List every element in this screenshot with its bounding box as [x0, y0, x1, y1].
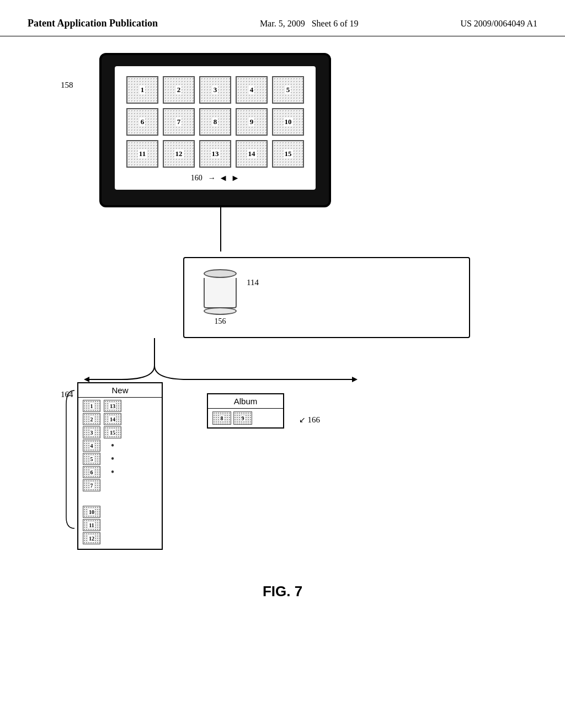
tile-1: 1 [126, 76, 158, 104]
tile-11: 11 [126, 140, 158, 168]
new-tile-1: 1 [83, 400, 100, 412]
sheet-info: Sheet 6 of 19 [312, 19, 359, 28]
tile-7: 7 [163, 108, 195, 136]
prev-arrow-icon[interactable]: ◄ [219, 173, 228, 183]
arrow-166-icon: ↙ [299, 415, 306, 425]
patent-number: US 2009/0064049 A1 [460, 17, 537, 29]
new-col-2: 13 14 15 • • • [104, 400, 121, 544]
db-bottom [204, 307, 237, 315]
tile-5: 5 [272, 76, 304, 104]
tile-15: 15 [272, 140, 304, 168]
tile-9: 9 [236, 108, 268, 136]
publication-title: Patent Application Publication [28, 17, 158, 30]
new-list-box: New 1 2 3 4 5 6 7 10 11 12 [77, 382, 163, 550]
new-box-title: New [78, 383, 162, 398]
pub-date: Mar. 5, 2009 [260, 19, 305, 28]
album-box-title: Album [208, 394, 283, 409]
label-160: 160 [191, 174, 202, 183]
tile-4: 4 [236, 76, 268, 104]
new-tile-2: 2 [83, 413, 100, 425]
db-body [204, 278, 237, 308]
new-tile-6: 6 [83, 466, 100, 478]
tile-row-1: 1 2 3 4 5 [121, 76, 309, 104]
album-box-content: 8 9 [208, 409, 283, 427]
tile-grid: 1 2 3 4 5 6 7 8 9 10 [121, 76, 309, 168]
album-tile-8: 8 [212, 411, 231, 425]
date-sheet: Mar. 5, 2009 Sheet 6 of 19 [260, 17, 359, 29]
new-tile-14: 14 [104, 413, 121, 425]
tile-row-3: 11 12 13 14 15 [121, 140, 309, 168]
dot-3: • [104, 466, 121, 478]
tile-6: 6 [126, 108, 158, 136]
new-box-content: 1 2 3 4 5 6 7 10 11 12 13 14 15 [78, 398, 162, 549]
label-166: ↙ 166 [299, 415, 321, 425]
tile-12: 12 [163, 140, 195, 168]
next-arrow-icon[interactable]: ► [231, 173, 240, 183]
device-screen: 1 2 3 4 5 6 7 8 9 10 [99, 53, 331, 207]
tile-10: 10 [272, 108, 304, 136]
new-tile-10: 10 [83, 506, 100, 518]
db-top [204, 269, 237, 278]
fig-caption: FIG. 7 [33, 583, 532, 600]
new-tile-7: 7 [83, 479, 100, 491]
new-tile-3: 3 [83, 426, 100, 438]
dot-1: • [104, 440, 121, 452]
new-tile-12: 12 [83, 532, 100, 544]
new-tile-15: 15 [104, 426, 121, 438]
label-158: 158 [61, 81, 73, 90]
tile-row-2: 6 7 8 9 10 [121, 108, 309, 136]
label-114: 114 [247, 278, 259, 287]
tile-3: 3 [199, 76, 231, 104]
album-container: Album 8 9 ↙ 166 [207, 393, 284, 429]
svg-marker-1 [352, 377, 358, 382]
dot-2: • [104, 453, 121, 465]
new-tile-5: 5 [83, 453, 100, 465]
tile-2: 2 [163, 76, 195, 104]
database-icon: 156 [201, 269, 239, 326]
new-tile-4: 4 [83, 440, 100, 452]
page-header: Patent Application Publication Mar. 5, 2… [0, 0, 565, 36]
new-tile-13: 13 [104, 400, 121, 412]
server-box: 156 [183, 257, 470, 338]
nav-row: 160 → ◄ ► [121, 173, 309, 183]
device-inner: 1 2 3 4 5 6 7 8 9 10 [115, 66, 316, 190]
main-content: 158 1 2 3 4 5 6 [0, 36, 565, 611]
new-col-1: 1 2 3 4 5 6 7 10 11 12 [83, 400, 100, 544]
tile-14: 14 [236, 140, 268, 168]
label-156: 156 [215, 317, 226, 326]
svg-marker-2 [84, 377, 89, 382]
new-tile-11: 11 [83, 519, 100, 531]
album-tile-9: 9 [233, 411, 252, 425]
arrow-icon: → [208, 174, 216, 183]
tile-8: 8 [199, 108, 231, 136]
album-box: Album 8 9 [207, 393, 284, 429]
connector-svg-2 [77, 338, 463, 382]
tile-13: 13 [199, 140, 231, 168]
brace-icon [63, 388, 80, 531]
connector-svg-1 [105, 207, 491, 257]
